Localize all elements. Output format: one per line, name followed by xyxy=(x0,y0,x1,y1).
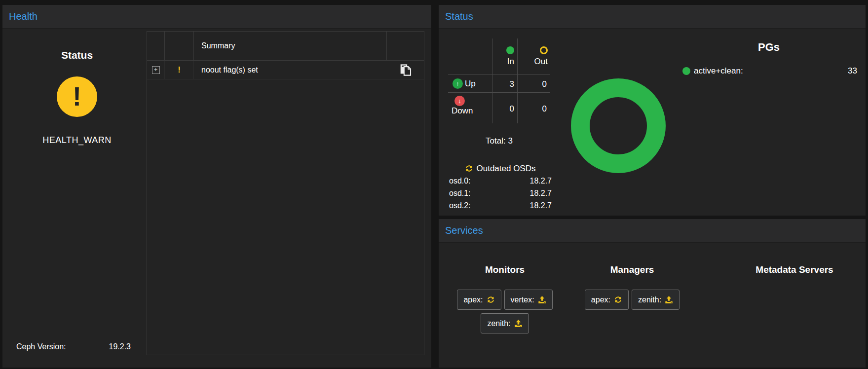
manager-apex-button[interactable]: apex: xyxy=(585,290,629,310)
osd-version: 18.2.7 xyxy=(530,189,552,198)
services-panel: Services Monitors Managers Metadata Serv… xyxy=(439,219,866,368)
health-status-value: HEALTH_WARN xyxy=(2,135,151,146)
green-dot-icon xyxy=(682,67,690,75)
warning-glyph: ! xyxy=(73,81,81,111)
row-summary-cell: noout flag(s) set xyxy=(194,66,387,74)
pgs-legend-label: active+clean: xyxy=(694,66,743,76)
list-item: osd.0: 18.2.7 xyxy=(449,177,552,185)
osd-version: 18.2.7 xyxy=(530,177,552,185)
grid-header-severity-col xyxy=(165,32,194,60)
copy-icon[interactable] xyxy=(400,63,412,76)
monitor-vertex-label: vertex: xyxy=(511,295,534,304)
osd-row-up: ↑ Up xyxy=(453,78,476,89)
ceph-dashboard: Health Status ! HEALTH_WARN Summary + ! … xyxy=(0,0,868,369)
upload-icon xyxy=(665,295,673,304)
osd-col-in-label: In xyxy=(492,57,514,67)
monitors-heading: Monitors xyxy=(448,264,562,275)
list-item: osd.2: 18.2.7 xyxy=(449,201,552,210)
outdated-osds-label: Outdated OSDs xyxy=(476,164,535,173)
osd-name: osd.1: xyxy=(449,189,471,198)
osd-version: 18.2.7 xyxy=(530,201,552,210)
row-expander-cell: + xyxy=(147,61,165,79)
monitor-apex-label: apex: xyxy=(463,295,483,304)
osd-down-in-value: 0 xyxy=(492,104,514,114)
osd-up-out-value: 0 xyxy=(517,79,547,89)
green-dot-icon xyxy=(506,46,514,54)
status-panel-title: Status xyxy=(445,11,473,22)
ceph-version-row: Ceph Version: 19.2.3 xyxy=(16,342,131,351)
osd-up-label: Up xyxy=(465,79,476,89)
status-panel: Status In Out ↑ Up 3 0 ↓ Down 0 0 Total:… xyxy=(439,5,866,216)
table-row[interactable]: + ! noout flag(s) set xyxy=(147,61,424,79)
sync-icon xyxy=(614,295,622,304)
osd-total: Total: 3 xyxy=(448,136,550,146)
warning-icon: ! xyxy=(178,65,181,75)
ceph-version-label: Ceph Version: xyxy=(16,342,66,351)
expand-icon[interactable]: + xyxy=(152,66,160,74)
ceph-version-value: 19.2.3 xyxy=(109,342,131,351)
arrow-circle-up-icon: ↑ xyxy=(453,78,463,89)
grid-header-summary-col[interactable]: Summary xyxy=(194,32,387,60)
warning-circle-icon: ! xyxy=(57,76,97,117)
grid-header-row: Summary xyxy=(147,32,424,61)
yellow-ring-icon xyxy=(540,46,548,54)
osd-table-hline-2 xyxy=(448,92,550,93)
monitor-zenith-button[interactable]: zenith: xyxy=(481,313,528,333)
services-panel-header: Services xyxy=(439,219,866,243)
grid-header-expander-col xyxy=(147,32,165,60)
osd-col-out-label: Out xyxy=(517,57,548,67)
health-panel: Health Status ! HEALTH_WARN Summary + ! … xyxy=(2,5,431,368)
managers-buttons: apex: zenith: xyxy=(572,290,692,310)
grid-header-action-col xyxy=(387,32,424,60)
osd-col-in: In xyxy=(492,46,514,67)
monitor-zenith-label: zenith: xyxy=(487,319,510,328)
services-panel-title: Services xyxy=(445,225,483,236)
list-item: osd.1: 18.2.7 xyxy=(449,189,552,198)
pgs-legend-value: 33 xyxy=(848,66,857,76)
health-panel-title: Health xyxy=(9,11,38,22)
osd-down-out-value: 0 xyxy=(517,104,547,114)
osd-name: osd.0: xyxy=(449,177,471,185)
monitors-buttons: apex: vertex: zenith: xyxy=(445,290,565,333)
monitor-apex-button[interactable]: apex: xyxy=(457,290,501,310)
health-summary-grid: Summary + ! noout flag(s) set xyxy=(147,31,424,355)
pgs-donut-chart xyxy=(571,78,666,173)
status-panel-header: Status xyxy=(439,5,866,29)
osd-table-hline-1 xyxy=(448,74,550,74)
row-severity-cell: ! xyxy=(165,61,194,79)
osd-up-in-value: 3 xyxy=(492,79,514,89)
sync-icon xyxy=(465,164,473,173)
upload-icon xyxy=(538,295,546,304)
osd-down-label: Down xyxy=(452,106,491,116)
arrow-circle-down-icon: ↓ xyxy=(454,96,465,106)
upload-icon xyxy=(514,319,523,328)
pgs-legend-item: active+clean: 33 xyxy=(682,66,857,76)
osd-col-out: Out xyxy=(517,46,548,67)
metadata-servers-heading: Metadata Servers xyxy=(738,264,851,275)
managers-heading: Managers xyxy=(575,264,689,275)
osd-name: osd.2: xyxy=(449,201,471,210)
health-panel-header: Health xyxy=(2,5,431,29)
manager-apex-label: apex: xyxy=(591,295,610,304)
manager-zenith-button[interactable]: zenith: xyxy=(632,290,679,310)
osd-row-down: ↓ Down xyxy=(452,96,491,116)
pgs-heading: PGs xyxy=(719,41,818,54)
health-status-heading: Status xyxy=(2,49,151,61)
outdated-osds-heading: Outdated OSDs xyxy=(446,164,555,174)
monitor-vertex-button[interactable]: vertex: xyxy=(504,290,553,310)
row-action-cell xyxy=(387,63,424,76)
manager-zenith-label: zenith: xyxy=(638,295,661,304)
sync-icon xyxy=(487,295,495,304)
